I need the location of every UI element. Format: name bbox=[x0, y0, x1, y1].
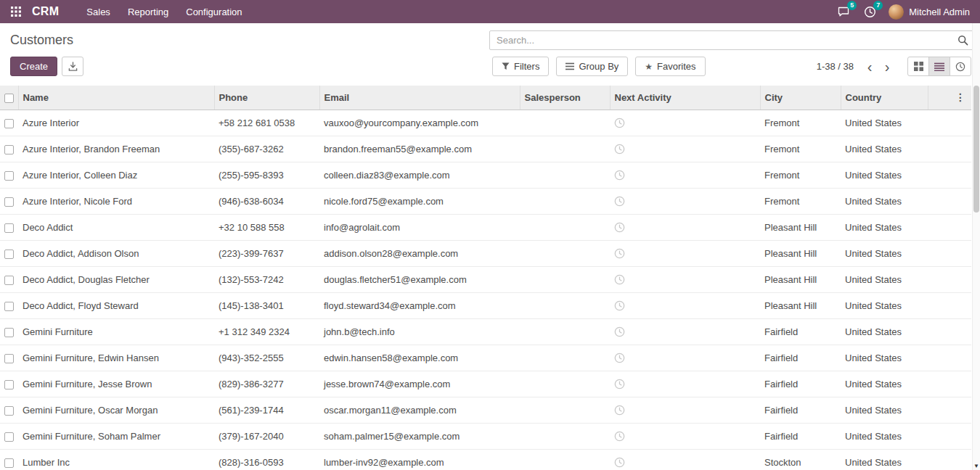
search-input[interactable] bbox=[489, 30, 973, 50]
row-checkbox[interactable] bbox=[4, 432, 14, 442]
next-activity-icon[interactable] bbox=[614, 352, 625, 363]
column-header-country[interactable]: Country bbox=[841, 86, 928, 110]
pager-next-button[interactable]: › bbox=[878, 57, 896, 76]
messages-icon[interactable]: 5 bbox=[836, 4, 851, 19]
next-activity-icon[interactable] bbox=[614, 248, 625, 259]
main-menu: Sales Reporting Configuration bbox=[78, 1, 250, 23]
column-header-name[interactable]: Name bbox=[18, 86, 214, 110]
top-navbar: CRM Sales Reporting Configuration 5 7 Mi… bbox=[0, 0, 980, 23]
column-header-city[interactable]: City bbox=[760, 86, 841, 110]
table-row[interactable]: Deco Addict, Addison Olson (223)-399-763… bbox=[0, 240, 971, 266]
table-header-row: Name Phone Email Salesperson Next Activi… bbox=[0, 86, 971, 110]
cell-phone: (561)-239-1744 bbox=[214, 397, 319, 423]
table-row[interactable]: Gemini Furniture, Jesse Brown (829)-386-… bbox=[0, 371, 971, 397]
table-row[interactable]: Deco Addict, Douglas Fletcher (132)-553-… bbox=[0, 266, 971, 292]
next-activity-icon[interactable] bbox=[614, 196, 625, 207]
table-row[interactable]: Azure Interior, Brandon Freeman (355)-68… bbox=[0, 136, 971, 162]
row-checkbox[interactable] bbox=[4, 328, 14, 337]
select-all-checkbox[interactable] bbox=[4, 94, 14, 103]
activities-icon[interactable]: 7 bbox=[862, 4, 877, 19]
row-checkbox[interactable] bbox=[4, 458, 14, 468]
row-checkbox[interactable] bbox=[4, 197, 14, 207]
table-row[interactable]: Azure Interior +58 212 681 0538 vauxoo@y… bbox=[0, 110, 971, 136]
activity-view-button[interactable] bbox=[950, 57, 971, 76]
next-activity-icon[interactable] bbox=[614, 457, 625, 468]
next-activity-icon[interactable] bbox=[614, 326, 625, 337]
cell-filler bbox=[928, 214, 971, 240]
table-row[interactable]: Gemini Furniture +1 312 349 2324 john.b@… bbox=[0, 318, 971, 345]
table-row[interactable]: Azure Interior, Nicole Ford (946)-638-60… bbox=[0, 188, 971, 214]
kanban-view-button[interactable] bbox=[907, 57, 929, 76]
table-row[interactable]: Deco Addict, Floyd Steward (145)-138-340… bbox=[0, 292, 971, 318]
optional-columns-toggle[interactable]: ⋮ bbox=[928, 86, 971, 110]
row-checkbox[interactable] bbox=[4, 119, 14, 128]
search-icon[interactable] bbox=[957, 35, 968, 49]
table-row[interactable]: Gemini Furniture, Edwin Hansen (943)-352… bbox=[0, 345, 971, 371]
column-header-email[interactable]: Email bbox=[319, 86, 520, 110]
cell-city: Stockton bbox=[760, 449, 841, 470]
row-checkbox[interactable] bbox=[4, 354, 14, 363]
user-name: Mitchell Admin bbox=[909, 7, 970, 17]
cell-phone: (946)-638-6034 bbox=[214, 188, 319, 214]
menu-configuration[interactable]: Configuration bbox=[177, 1, 250, 23]
scrollbar-thumb[interactable] bbox=[973, 86, 979, 213]
list-view-button[interactable] bbox=[928, 57, 950, 76]
row-checkbox[interactable] bbox=[4, 171, 14, 181]
next-activity-icon[interactable] bbox=[614, 274, 625, 285]
vertical-scrollbar[interactable]: ▼ bbox=[972, 23, 980, 470]
next-activity-icon[interactable] bbox=[614, 405, 625, 416]
cell-select bbox=[0, 371, 18, 397]
cell-city: Fremont bbox=[760, 136, 841, 162]
cell-filler bbox=[928, 136, 971, 162]
row-checkbox[interactable] bbox=[4, 302, 14, 311]
table-row[interactable]: Azure Interior, Colleen Diaz (255)-595-8… bbox=[0, 162, 971, 188]
user-menu[interactable]: Mitchell Admin bbox=[889, 4, 970, 20]
cell-email: colleen.diaz83@example.com bbox=[319, 162, 520, 188]
next-activity-icon[interactable] bbox=[614, 379, 625, 389]
activities-badge: 7 bbox=[873, 1, 883, 10]
cell-salesperson bbox=[520, 162, 610, 188]
create-button[interactable]: Create bbox=[10, 57, 57, 76]
menu-reporting[interactable]: Reporting bbox=[119, 1, 177, 23]
group-by-button[interactable]: Group By bbox=[556, 57, 628, 76]
row-checkbox[interactable] bbox=[4, 380, 14, 389]
cell-filler bbox=[928, 318, 971, 345]
row-checkbox[interactable] bbox=[4, 250, 14, 259]
cell-phone: (828)-316-0593 bbox=[214, 449, 319, 470]
next-activity-icon[interactable] bbox=[614, 222, 625, 233]
row-checkbox[interactable] bbox=[4, 145, 14, 154]
systray: 5 7 Mitchell Admin bbox=[836, 4, 973, 20]
next-activity-icon[interactable] bbox=[614, 170, 625, 181]
export-button[interactable] bbox=[62, 57, 83, 76]
cell-select bbox=[0, 266, 18, 292]
apps-menu-icon[interactable] bbox=[7, 3, 25, 20]
cell-next-activity bbox=[610, 292, 760, 318]
next-activity-icon[interactable] bbox=[614, 431, 625, 442]
favorites-button[interactable]: ★ Favorites bbox=[635, 57, 705, 76]
view-switcher bbox=[907, 57, 971, 76]
row-checkbox[interactable] bbox=[4, 406, 14, 416]
row-checkbox[interactable] bbox=[4, 276, 14, 285]
row-checkbox[interactable] bbox=[4, 223, 14, 233]
menu-sales[interactable]: Sales bbox=[78, 1, 119, 23]
table-row[interactable]: Deco Addict +32 10 588 558 info@agrolait… bbox=[0, 214, 971, 240]
cell-country: United States bbox=[841, 371, 928, 397]
app-name[interactable]: CRM bbox=[32, 5, 59, 18]
next-activity-icon[interactable] bbox=[614, 300, 625, 311]
column-header-phone[interactable]: Phone bbox=[214, 86, 319, 110]
cell-name: Azure Interior bbox=[18, 110, 214, 136]
table-row[interactable]: Gemini Furniture, Oscar Morgan (561)-239… bbox=[0, 397, 971, 423]
group-by-icon bbox=[565, 62, 574, 70]
table-row[interactable]: Gemini Furniture, Soham Palmer (379)-167… bbox=[0, 423, 971, 449]
next-activity-icon[interactable] bbox=[614, 118, 625, 128]
column-header-salesperson[interactable]: Salesperson bbox=[520, 86, 610, 110]
column-header-next-activity[interactable]: Next Activity bbox=[610, 86, 760, 110]
cell-phone: (355)-687-3262 bbox=[214, 136, 319, 162]
table-row[interactable]: Lumber Inc (828)-316-0593 lumber-inv92@e… bbox=[0, 449, 971, 470]
activity-view-icon bbox=[955, 62, 965, 72]
pager-previous-button[interactable]: ‹ bbox=[861, 57, 878, 76]
scroll-down-icon[interactable]: ▼ bbox=[973, 463, 980, 469]
filters-button[interactable]: Filters bbox=[492, 57, 549, 76]
cell-phone: (255)-595-8393 bbox=[214, 162, 319, 188]
next-activity-icon[interactable] bbox=[614, 144, 625, 154]
